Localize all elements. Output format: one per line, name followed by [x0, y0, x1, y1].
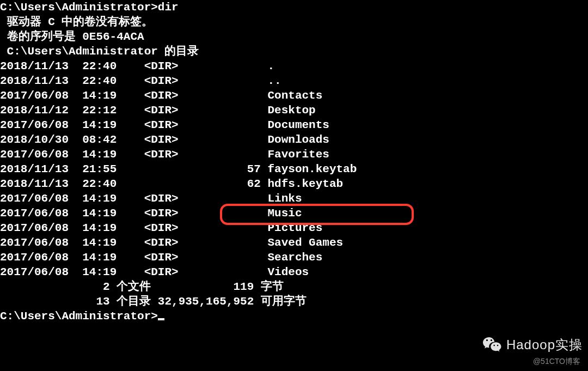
dir-entry: 2017/06/08 14:19 <DIR> Links — [0, 191, 588, 206]
dir-entry: 2018/11/12 22:12 <DIR> Desktop — [0, 103, 588, 118]
output-line: C:\Users\Administrator> — [0, 309, 588, 324]
dir-entry: 2018/11/13 22:40 <DIR> . — [0, 59, 588, 74]
dir-entry: 2018/11/13 21:55 57 fayson.keytab — [0, 162, 588, 177]
dir-entry: 2018/10/30 08:42 <DIR> Downloads — [0, 132, 588, 147]
output-line: 驱动器 C 中的卷没有标签。 — [0, 15, 588, 29]
sub-watermark: @51CTO博客 — [533, 357, 580, 367]
terminal-output: C:\Users\Administrator>dir 驱动器 C 中的卷没有标签… — [0, 0, 588, 324]
command-line: C:\Users\Administrator>dir — [0, 0, 588, 15]
dir-entry: 2017/06/08 14:19 <DIR> Searches — [0, 250, 588, 265]
watermark-text: Hadoop实操 — [506, 336, 583, 354]
dir-entry: 2017/06/08 14:19 <DIR> Contacts — [0, 88, 588, 103]
output-line: C:\Users\Administrator 的目录 — [0, 44, 588, 59]
wechat-icon — [481, 334, 503, 356]
dir-entry: 2017/06/08 14:19 <DIR> Pictures — [0, 221, 588, 235]
cursor — [158, 318, 164, 320]
dir-entry: 2017/06/08 14:19 <DIR> Videos — [0, 265, 588, 279]
dir-entry: 2017/06/08 14:19 <DIR> Music — [0, 206, 588, 221]
output-line: 卷的序列号是 0E56-4ACA — [0, 29, 588, 44]
dir-entry: 2017/06/08 14:19 <DIR> Favorites — [0, 147, 588, 162]
dir-entry: 2018/11/13 22:40 62 hdfs.keytab — [0, 177, 588, 191]
dir-entry: 2018/11/13 22:40 <DIR> .. — [0, 74, 588, 88]
dir-entry: 2017/06/08 14:19 <DIR> Saved Games — [0, 235, 588, 250]
output-line: 2 个文件 119 字节 — [0, 279, 588, 294]
watermark: Hadoop实操 — [481, 334, 583, 356]
dir-entry: 2017/06/08 14:19 <DIR> Documents — [0, 118, 588, 132]
output-line: 13 个目录 32,935,165,952 可用字节 — [0, 294, 588, 309]
